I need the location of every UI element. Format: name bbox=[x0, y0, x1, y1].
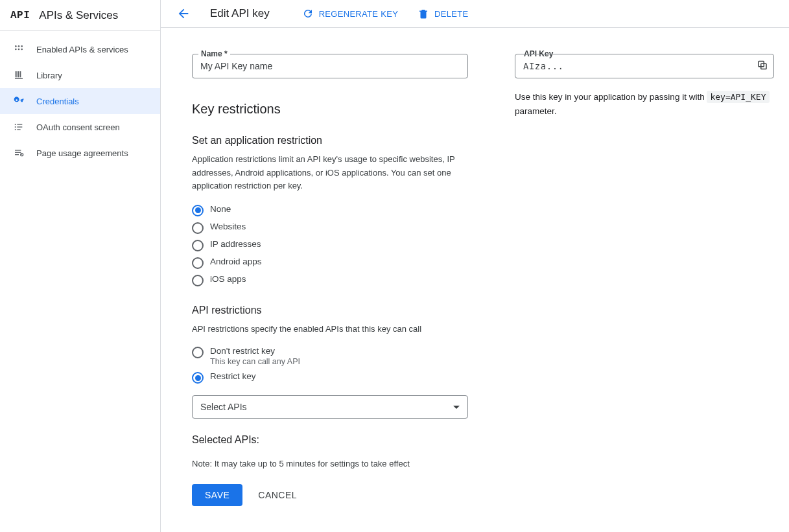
sidebar-header: API APIs & Services bbox=[0, 0, 160, 31]
svg-rect-14 bbox=[17, 126, 22, 127]
app-restriction-heading: Set an application restriction bbox=[192, 135, 468, 146]
radio-label: Websites bbox=[210, 222, 246, 231]
svg-rect-7 bbox=[18, 71, 19, 77]
app-restriction-radios: None Websites IP addresses Android apps bbox=[192, 204, 468, 286]
radio-label: Don't restrict key bbox=[210, 346, 300, 356]
sidebar-item-library[interactable]: Library bbox=[0, 62, 160, 88]
copy-icon bbox=[757, 60, 768, 71]
consent-icon bbox=[13, 121, 25, 133]
sidebar-item-agreements[interactable]: Page usage agreements bbox=[0, 140, 160, 166]
library-icon bbox=[13, 69, 25, 81]
radio-label: IP addresses bbox=[210, 239, 261, 249]
api-restriction-heading: API restrictions bbox=[192, 305, 468, 316]
apikey-help: Use this key in your application by pass… bbox=[515, 90, 774, 118]
svg-rect-8 bbox=[19, 71, 21, 77]
copy-button[interactable] bbox=[757, 60, 768, 73]
apikey-value: AIza... bbox=[523, 61, 564, 71]
svg-point-11 bbox=[15, 126, 16, 128]
sidebar: API APIs & Services Enabled APIs & servi… bbox=[0, 0, 161, 532]
delete-button[interactable]: DELETE bbox=[418, 8, 468, 19]
refresh-icon bbox=[302, 8, 314, 19]
radio-websites[interactable]: Websites bbox=[192, 222, 468, 234]
sidebar-item-label: Page usage agreements bbox=[36, 148, 128, 158]
radio-ip-addresses[interactable]: IP addresses bbox=[192, 239, 468, 251]
radio-label: Restrict key bbox=[210, 371, 256, 381]
svg-point-4 bbox=[18, 49, 20, 51]
select-placeholder: Select APIs bbox=[200, 402, 247, 412]
api-restriction-help: API restrictions specify the enabled API… bbox=[192, 323, 458, 336]
sidebar-item-label: Library bbox=[36, 71, 62, 80]
api-logo: API bbox=[10, 10, 30, 21]
delete-label: DELETE bbox=[434, 9, 468, 19]
radio-android-apps[interactable]: Android apps bbox=[192, 257, 468, 269]
apikey-help-pre: Use this key in your application by pass… bbox=[515, 92, 707, 102]
apikey-help-code: key=API_KEY bbox=[707, 91, 769, 103]
radio-restrict-key[interactable]: Restrict key bbox=[192, 371, 468, 384]
svg-point-3 bbox=[15, 49, 17, 51]
svg-point-2 bbox=[21, 45, 23, 47]
select-apis-dropdown[interactable]: Select APIs bbox=[192, 395, 468, 419]
agreement-icon bbox=[13, 147, 25, 159]
sidebar-item-label: OAuth consent screen bbox=[36, 122, 120, 132]
sidebar-item-label: Credentials bbox=[36, 97, 79, 106]
svg-rect-9 bbox=[15, 78, 23, 79]
radio-label: None bbox=[210, 204, 231, 214]
sidebar-item-oauth-consent[interactable]: OAuth consent screen bbox=[0, 114, 160, 140]
caret-down-icon bbox=[453, 406, 460, 409]
sidebar-item-credentials[interactable]: Credentials bbox=[0, 88, 160, 114]
main: Edit API key REGENERATE KEY DELETE Name … bbox=[161, 0, 789, 532]
name-field-wrap: Name * bbox=[192, 54, 468, 78]
apikey-help-post: parameter. bbox=[515, 106, 557, 116]
selected-apis-heading: Selected APIs: bbox=[192, 434, 468, 446]
svg-point-1 bbox=[18, 45, 20, 47]
right-column: API Key AIza... Use this key in your app… bbox=[515, 54, 774, 506]
radio-label: Android apps bbox=[210, 257, 262, 266]
regenerate-label: REGENERATE KEY bbox=[319, 9, 398, 19]
content: Name * Key restrictions Set an applicati… bbox=[161, 28, 789, 532]
api-restriction-radios: Don't restrict key This key can call any… bbox=[192, 346, 468, 384]
page-title: Edit API key bbox=[210, 7, 270, 20]
svg-rect-16 bbox=[15, 150, 21, 150]
radio-label: iOS apps bbox=[210, 274, 246, 284]
name-input[interactable] bbox=[192, 54, 468, 78]
svg-rect-13 bbox=[17, 124, 22, 124]
save-button[interactable]: SAVE bbox=[192, 484, 242, 506]
radio-icon bbox=[192, 372, 204, 384]
radio-icon bbox=[192, 257, 204, 269]
radio-icon bbox=[192, 222, 204, 234]
radio-icon bbox=[192, 347, 204, 358]
cancel-button[interactable]: CANCEL bbox=[258, 490, 297, 500]
topbar: Edit API key REGENERATE KEY DELETE bbox=[161, 0, 789, 28]
radio-icon bbox=[192, 240, 204, 251]
radio-icon bbox=[192, 275, 204, 286]
sidebar-item-label: Enabled APIs & services bbox=[36, 45, 128, 54]
radio-sublabel: This key can call any API bbox=[210, 357, 300, 366]
svg-point-10 bbox=[15, 124, 16, 125]
sidebar-title: APIs & Services bbox=[39, 9, 118, 22]
settings-note: Note: It may take up to 5 minutes for se… bbox=[192, 459, 468, 468]
svg-rect-15 bbox=[17, 129, 20, 130]
svg-rect-6 bbox=[16, 71, 17, 77]
back-button[interactable] bbox=[176, 6, 191, 21]
regenerate-key-button[interactable]: REGENERATE KEY bbox=[302, 8, 398, 19]
grid-icon bbox=[13, 43, 25, 55]
radio-icon bbox=[192, 205, 204, 216]
app-restriction-help: Application restrictions limit an API ke… bbox=[192, 153, 458, 192]
svg-rect-17 bbox=[15, 152, 21, 153]
svg-point-0 bbox=[15, 45, 17, 47]
key-icon bbox=[13, 95, 25, 107]
name-label: Name * bbox=[198, 49, 230, 58]
svg-rect-18 bbox=[15, 154, 19, 155]
left-column: Name * Key restrictions Set an applicati… bbox=[192, 54, 468, 506]
radio-ios-apps[interactable]: iOS apps bbox=[192, 274, 468, 286]
sidebar-nav: Enabled APIs & services Library Credenti… bbox=[0, 31, 160, 166]
radio-none[interactable]: None bbox=[192, 204, 468, 216]
button-row: SAVE CANCEL bbox=[192, 484, 468, 506]
sidebar-item-enabled-apis[interactable]: Enabled APIs & services bbox=[0, 36, 160, 62]
svg-point-12 bbox=[15, 129, 16, 130]
svg-point-5 bbox=[21, 49, 23, 51]
apikey-field-wrap: API Key AIza... bbox=[515, 54, 774, 78]
key-restrictions-heading: Key restrictions bbox=[192, 102, 468, 117]
radio-dont-restrict[interactable]: Don't restrict key This key can call any… bbox=[192, 346, 468, 366]
apikey-value-box: AIza... bbox=[515, 54, 774, 78]
